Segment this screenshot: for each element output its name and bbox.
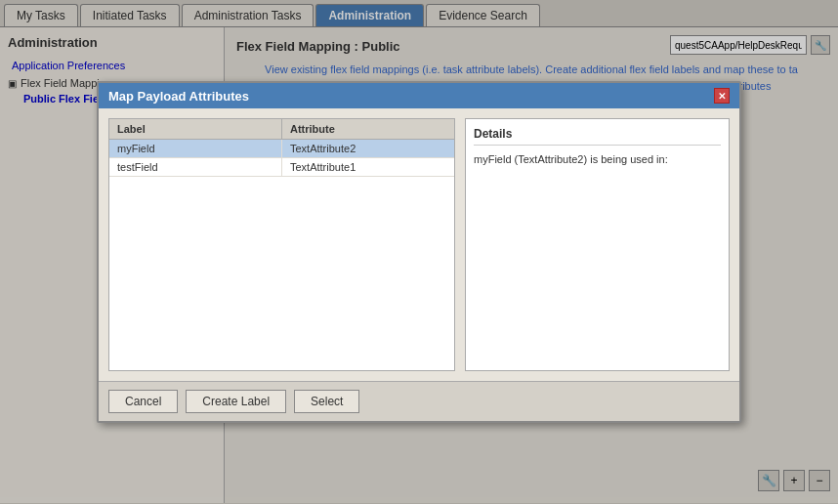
modal-overlay: Map Payload Attributes ✕ Label Attribute… (0, 0, 838, 504)
modal-dialog: Map Payload Attributes ✕ Label Attribute… (97, 81, 741, 423)
cancel-button[interactable]: Cancel (108, 390, 178, 413)
table-cell-attribute: TextAttribute1 (282, 158, 454, 176)
table-body: myField TextAttribute2 testField TextAtt… (109, 140, 454, 370)
table-cell-label: testField (109, 158, 282, 176)
table-row[interactable]: testField TextAttribute1 (109, 158, 454, 177)
table-cell-label: myField (109, 140, 282, 157)
table-panel: Label Attribute myField TextAttribute2 t… (108, 118, 455, 371)
table-row[interactable]: myField TextAttribute2 (109, 140, 454, 158)
col-header-label: Label (109, 119, 282, 139)
details-text: myField (TextAttribute2) is being used i… (474, 153, 721, 165)
table-header: Label Attribute (109, 119, 454, 140)
details-panel: Details myField (TextAttribute2) is bein… (465, 118, 730, 371)
modal-header: Map Payload Attributes ✕ (99, 83, 739, 108)
modal-close-button[interactable]: ✕ (714, 88, 730, 104)
select-button[interactable]: Select (294, 390, 359, 413)
col-header-attribute: Attribute (282, 119, 454, 139)
table-cell-attribute: TextAttribute2 (282, 140, 454, 157)
details-title: Details (474, 127, 721, 146)
modal-body: Label Attribute myField TextAttribute2 t… (99, 108, 739, 381)
modal-title: Map Payload Attributes (108, 89, 249, 104)
modal-footer: Cancel Create Label Select (99, 381, 739, 421)
create-label-button[interactable]: Create Label (186, 390, 286, 413)
